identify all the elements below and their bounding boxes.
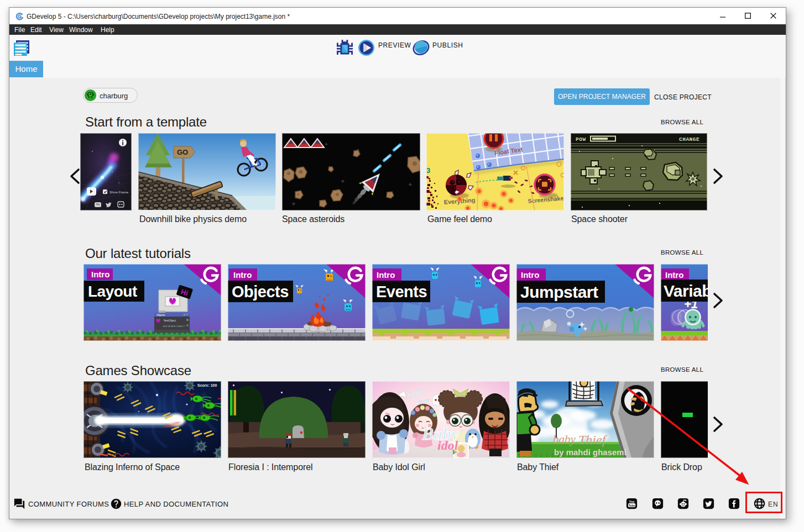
svg-text:Jumpstart: Jumpstart <box>520 283 598 301</box>
svg-text:by mahdi ghasemi: by mahdi ghasemi <box>554 447 627 457</box>
svg-text:Objects: Objects <box>156 314 165 317</box>
svg-text:Thief: Thief <box>578 433 608 447</box>
svg-text:You: You <box>96 203 100 206</box>
svg-text:ADD A NEW OBJECT: ADD A NEW OBJECT <box>163 325 185 328</box>
svg-text:Variab: Variab <box>664 282 708 300</box>
svg-text:GO: GO <box>177 148 188 156</box>
svg-text:POW: POW <box>576 136 586 143</box>
svg-text:Intro: Intro <box>233 270 252 280</box>
svg-text:Intro: Intro <box>665 270 683 280</box>
svg-text:NewObject: NewObject <box>164 319 176 322</box>
svg-text:Intro: Intro <box>91 270 109 279</box>
svg-text:Intro: Intro <box>521 270 539 280</box>
svg-text:You: You <box>629 500 635 503</box>
svg-text:idol: idol <box>437 438 458 452</box>
svg-text:3: 3 <box>426 166 430 175</box>
svg-text:Score: 100: Score: 100 <box>197 383 217 387</box>
svg-text:Show Frame: Show Frame <box>109 191 129 194</box>
svg-text:Layout: Layout <box>88 283 137 300</box>
svg-text:baby: baby <box>553 433 576 446</box>
svg-text:Tube: Tube <box>629 504 635 507</box>
svg-text:Events: Events <box>376 283 427 301</box>
svg-text:Objects: Objects <box>232 283 289 301</box>
svg-text:Intro: Intro <box>377 270 395 280</box>
svg-text:CHANGE: CHANGE <box>679 136 699 143</box>
